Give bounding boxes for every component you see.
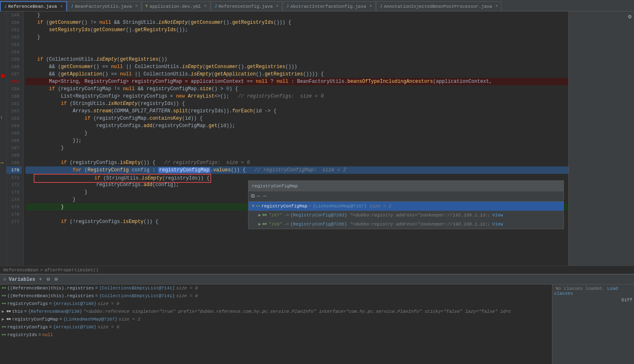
tab-close-icon2[interactable]: ×: [135, 4, 138, 9]
debug-row-zk7[interactable]: ▶ ■■ "zk7" -> {RegistryConfig@7203} "<du…: [249, 211, 563, 220]
debug-tooltip-toolbar: ⧉ ← →: [249, 191, 563, 202]
ln-151: 151: [7, 26, 22, 34]
var-type-4: {ReferenceBean@7139}: [28, 308, 82, 315]
tab-annotationinjected[interactable]: J AnnotationInjectedBeanPostProcessor.ja…: [376, 1, 502, 11]
tab-beanfactoryutils[interactable]: J BeanFactoryUtils.java ×: [67, 1, 141, 11]
code-line-153: [25, 41, 568, 48]
java-file-icon: J: [4, 5, 7, 9]
breadcrumb-method[interactable]: afterPropertiesSet(): [44, 268, 98, 273]
code-line-163: if (registryConfigMap.containsKey(id)) {: [25, 115, 568, 122]
add-variable-btn[interactable]: +: [38, 276, 43, 283]
ln-168: 168: [7, 152, 22, 159]
var-name-3: registryConfigs: [7, 300, 48, 307]
ln-166: 166: [7, 137, 22, 144]
var-name-5: registryConfigMap: [12, 316, 58, 323]
tab-label: AnnotationInjectedBeanPostProcessor.java: [384, 4, 492, 9]
ln-165: 165: [7, 130, 22, 137]
view-link-zk7[interactable]: View: [492, 212, 503, 219]
tab-bar: J ReferenceBean.java × J BeanFactoryUtil…: [0, 0, 634, 11]
var-row-registryconfigs2[interactable]: ●● registryConfigs = {ArrayList@7180} si…: [0, 323, 552, 331]
ln-170: 170: [7, 166, 22, 174]
gear-icon[interactable]: ⚙: [628, 13, 632, 20]
tab-abstractinterface[interactable]: J AbstractInterfaceConfig.java ×: [283, 1, 376, 11]
expand-icon-zk7[interactable]: ▶: [258, 212, 261, 219]
code-line-165: }: [25, 130, 568, 137]
tab-close-icon3[interactable]: ×: [204, 4, 207, 9]
breakpoint-158[interactable]: [1, 74, 5, 78]
ln-162: 162: [7, 107, 22, 115]
var-circle-5: ■■: [7, 316, 11, 323]
code-line-170: for (RegistryConfig config : registryCon…: [25, 166, 568, 174]
tab-referenceconfig[interactable]: J ReferenceConfig.java ×: [211, 1, 282, 11]
tab-applicationdevyml[interactable]: Y application-dev.yml ×: [142, 1, 210, 11]
ln-171: 171: [7, 174, 22, 181]
copy-icon[interactable]: ⧉: [251, 193, 255, 200]
ln-172: 172: [7, 181, 22, 189]
ln-157: 157: [7, 71, 22, 78]
forward-arrow-icon[interactable]: →: [263, 193, 266, 200]
var-row-registries2[interactable]: ●● ((ReferenceBean)this).registries = {C…: [0, 292, 552, 300]
var-name-2: ((ReferenceBean)this).registries: [7, 293, 94, 300]
ln-160: 160: [7, 93, 22, 100]
var-extra-zk6: "<dubbo:registry address="zookeeper://19…: [350, 221, 489, 228]
expand-configmap-icon[interactable]: ▶: [2, 316, 5, 323]
var-row-registryconfigs1[interactable]: ●● registryConfigs = {ArrayList@7180} si…: [0, 300, 552, 308]
var-circle-1: ●●: [2, 285, 6, 292]
breadcrumb-referencebean[interactable]: ReferenceBean: [3, 268, 39, 273]
code-editor[interactable]: } if (getConsumer() != null && StringUti…: [24, 11, 568, 266]
ln-153: 153: [7, 41, 22, 48]
ln-155: 155: [7, 56, 22, 63]
tab-close-icon[interactable]: ×: [60, 5, 63, 9]
var-type-5: {LinkedHashMap@7167}: [63, 316, 117, 323]
ln-161: 161: [7, 100, 22, 107]
secondary-arrow: ↑: [0, 115, 3, 120]
circle-icon-2: ■■: [262, 212, 267, 219]
tab-referencebean[interactable]: J ReferenceBean.java ×: [0, 1, 67, 11]
ln-150: 150: [7, 19, 22, 26]
var-eq-2: =: [95, 293, 98, 300]
var-name-6: registryConfigs: [7, 324, 48, 331]
debug-row-registryconfigmap[interactable]: ▼ ●● registryConfigMap = {LinkedHashMap@…: [249, 202, 563, 211]
var-name-7: registryIds: [7, 332, 37, 339]
ln-175: 175: [7, 203, 22, 211]
tab-close-icon5[interactable]: ×: [369, 4, 372, 9]
tab-label: application-dev.yml: [150, 4, 201, 9]
debug-tooltip-title: registryConfigMap: [252, 182, 298, 190]
tab-close-icon4[interactable]: ×: [276, 4, 278, 9]
var-name-registryconfigmap: registryConfigMap: [261, 202, 307, 210]
no-classes-label: No classes loaded.: [556, 286, 604, 291]
var-type-6: {ArrayList@7180}: [53, 324, 96, 331]
var-row-this[interactable]: ▶ ■■ this = {ReferenceBean@7139} "<dubbo…: [0, 308, 552, 316]
debug-tooltip-header: registryConfigMap: [249, 181, 563, 191]
diff-label: Diff: [622, 298, 632, 303]
collapse-all-btn[interactable]: ⊟: [53, 276, 59, 283]
expand-icon-registryconfigmap[interactable]: ▼: [252, 202, 255, 210]
expand-this-icon[interactable]: ▶: [2, 308, 5, 315]
expand-icon-zk6[interactable]: ▶: [258, 221, 261, 228]
code-line-157: && (getApplication() == null || Collecti…: [25, 71, 568, 78]
java-file-icon4: J: [286, 4, 289, 9]
var-row-registryids[interactable]: ●● registryIds = null: [0, 331, 552, 339]
code-line-169: if (registryConfigs.isEmpty()) { // regi…: [25, 159, 568, 166]
tab-close-icon6[interactable]: ×: [495, 4, 498, 9]
current-line-arrow: →: [0, 159, 3, 166]
panel-drag-handle: ≡: [3, 277, 6, 282]
var-type-3: {ArrayList@7180}: [53, 300, 96, 307]
var-row-registryconfigmap[interactable]: ▶ ■■ registryConfigMap = {LinkedHashMap@…: [0, 316, 552, 323]
no-classes-text: No classes loaded. Load classes: [554, 284, 618, 298]
view-link-zk6[interactable]: View: [492, 221, 503, 228]
ln-163: 163: [7, 115, 22, 122]
var-key-zk6: "zk6": [269, 221, 282, 228]
filter-variables-btn[interactable]: ⊟: [46, 276, 51, 283]
code-line-160: List<RegistryConfig> registryConfigs = n…: [25, 93, 568, 100]
ln-176: 176: [7, 211, 22, 218]
var-eq-5: =: [59, 316, 62, 323]
ln-167: 167: [7, 144, 22, 152]
var-row-registries1[interactable]: ●● ((ReferenceBean)this).registries = {C…: [0, 284, 552, 292]
bottom-panel: ≡ Variables + ⊟ ⊟ ●● ((ReferenceBean)thi…: [0, 274, 634, 364]
debug-row-zk6[interactable]: ▶ ■■ "zk6" -> {RegistryConfig@7205} "<du…: [249, 220, 563, 229]
var-eq-1: =: [309, 202, 312, 210]
var-val-registryconfigmap: {LinkedHashMap@7167}: [312, 202, 367, 210]
ln-158: 158: [7, 78, 22, 85]
back-arrow-icon[interactable]: ←: [257, 193, 260, 200]
